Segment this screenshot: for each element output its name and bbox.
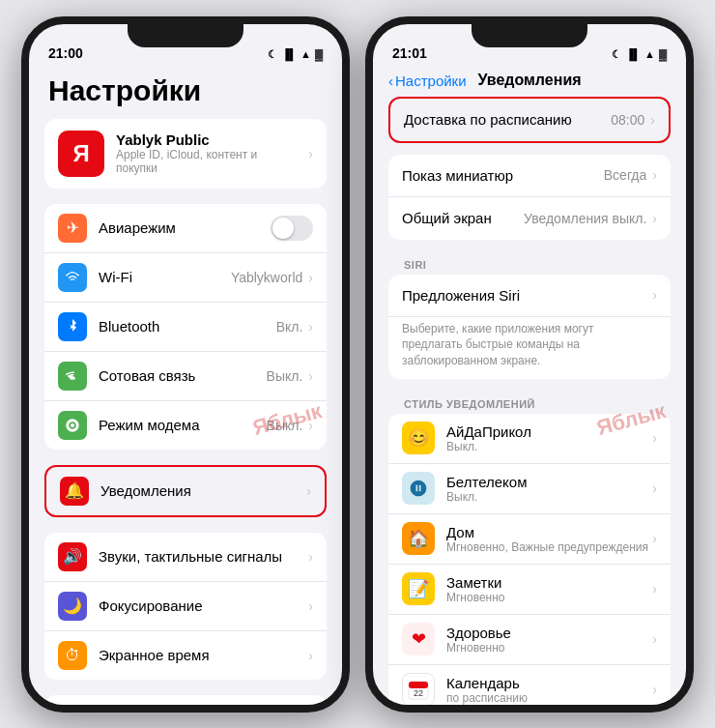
screentime-icon: ⏱ [58,641,87,670]
notifications-icon: 🔔 [60,477,89,506]
notifications-row[interactable]: 🔔 Уведомления › [46,467,325,515]
hotspot-value: Выкл. [267,418,303,433]
app-row-zdorovye[interactable]: ❤ Здоровье Мгновенно › [388,615,671,665]
app-icon-dom: 🏠 [402,522,435,555]
app-row-aidapriko[interactable]: 😊 АйДаПрикол Выкл. › [388,414,671,464]
screen-share-chevron: › [652,211,657,226]
app-row-zametki[interactable]: 📝 Заметки Мгновенно › [388,565,671,615]
app-info-zametki: Заметки Мгновенно [446,574,652,604]
sounds-row[interactable]: 🔊 Звуки, тактильные сигналы › [44,533,327,582]
app-row-beltelecom[interactable]: Белтелеком Выкл. › [388,464,671,514]
app-name-zdorovye: Здоровье [446,625,652,641]
app-chevron-calendar: › [652,682,657,697]
notifications-label: Уведомления [100,482,306,499]
app-chevron-dom: › [652,531,657,546]
delivery-value: 08:00 [611,112,644,128]
back-button[interactable]: ‹ Настройки [388,73,467,89]
app-info-dom: Дом Мгновенно, Важные предупреждения [446,524,652,554]
airplane-row[interactable]: ✈ Авиарежим [44,204,327,253]
app-name-beltelecom: Белтелеком [446,474,652,490]
app-icon-zdorovye: ❤ [402,623,435,655]
profile-info: Yablyk Public Apple ID, iCloud, контент … [116,131,297,175]
screentime-row[interactable]: ⏱ Экранное время › [44,631,327,680]
airplane-toggle[interactable] [271,216,313,241]
siri-section-header: SIRI [388,251,671,275]
app-name-zametki: Заметки [446,574,652,591]
profile-chevron: › [308,146,313,161]
battery-icon-right: ▓ [659,48,667,60]
wifi-label: Wi-Fi [99,269,231,285]
svg-text:22: 22 [414,688,423,698]
app-row-calendar[interactable]: 22 Календарь по расписанию › [388,665,671,705]
phone-right: 21:01 ☾ ▐▌ ▲ ▓ ‹ Настройки Уведомления Д… [365,16,694,713]
nav-bar: ‹ Настройки Уведомления [373,67,686,97]
app-name-dom: Дом [446,524,652,540]
status-icons-right: ☾ ▐▌ ▲ ▓ [612,48,667,61]
profile-card[interactable]: Я Yablyk Public Apple ID, iCloud, контен… [44,119,327,189]
screen-right: ‹ Настройки Уведомления Доставка по расп… [373,67,686,705]
app-chevron-beltelecom: › [652,480,657,496]
general-row[interactable]: ⚙ Основные › [44,695,327,705]
app-info-aidapriko: АйДаПрикол Выкл. [446,423,652,453]
cellular-value: Выкл. [267,368,303,384]
nav-title: Уведомления [477,72,581,89]
screentime-label: Экранное время [99,647,308,663]
signal-icon-right: ▐▌ [625,48,641,60]
profile-name: Yablyk Public [116,131,297,148]
bluetooth-value: Вкл. [276,319,303,335]
settings-list: Я Yablyk Public Apple ID, iCloud, контен… [29,119,342,705]
app-icon-zametki: 📝 [402,572,435,605]
app-chevron-zametki: › [652,581,657,597]
app-info-zdorovye: Здоровье Мгновенно [446,625,652,655]
wifi-value: Yablykworld [231,270,302,285]
apps-group: 😊 АйДаПрикол Выкл. › Белтелеком Выкл. [388,414,671,705]
back-chevron: ‹ [388,73,393,89]
cellular-chevron: › [308,368,313,384]
thumbnails-row[interactable]: Показ миниатюр Всегда › [388,155,671,197]
screen-share-row[interactable]: Общий экран Уведомления выкл. › [388,197,671,240]
delivery-row[interactable]: Доставка по расписанию 08:00 › [390,99,669,141]
airplane-label: Авиарежим [99,219,271,236]
cellular-label: Сотовая связь [99,367,267,384]
airplane-icon: ✈ [58,214,87,243]
focus-label: Фокусирование [99,597,308,614]
status-icons-left: ☾ ▐▌ ▲ ▓ [268,48,323,61]
siri-description: Выберите, какие приложения могут предлаг… [388,317,671,379]
app-status-zdorovye: Мгновенно [446,641,652,655]
bluetooth-chevron: › [308,319,313,335]
hotspot-row[interactable]: Режим модема Выкл. › [44,401,327,450]
app-row-dom[interactable]: 🏠 Дом Мгновенно, Важные предупреждения › [388,514,671,565]
app-chevron-aidapriko: › [652,430,657,446]
app-status-calendar: по расписанию [446,691,652,705]
bluetooth-row[interactable]: Bluetooth Вкл. › [44,303,327,352]
focus-row[interactable]: 🌙 Фокусирование › [44,582,327,631]
sounds-chevron: › [308,549,313,565]
notch-left [128,24,243,47]
wifi-row[interactable]: Wi-Fi Yablykworld › [44,253,327,303]
profile-sub: Apple ID, iCloud, контент и покупки [116,148,297,175]
hotspot-label: Режим модема [99,417,267,433]
app-status-zametki: Мгновенно [446,591,652,604]
siri-row[interactable]: Предложения Siri › [388,275,671,317]
app-name-aidapriko: АйДаПрикол [446,423,652,440]
moon-icon-left: ☾ [268,48,277,61]
screen-share-label: Общий экран [402,210,524,226]
app-info-beltelecom: Белтелеком Выкл. [446,474,652,504]
time-left: 21:00 [48,45,83,61]
app-name-calendar: Календарь [446,675,652,691]
cellular-icon [58,362,87,391]
bluetooth-label: Bluetooth [99,318,276,335]
signal-icon-left: ▐▌ [281,48,297,60]
wifi-icon-right: ▲ [644,48,655,60]
siri-group: Предложения Siri › Выберите, какие прило… [388,275,671,379]
profile-icon: Я [58,131,104,177]
app-info-calendar: Календарь по расписанию [446,675,652,705]
hotspot-icon [58,411,87,440]
svg-point-0 [71,423,74,427]
style-section-header: СТИЛЬ УВЕДОМЛЕНИЙ [388,391,671,414]
svg-rect-10 [409,682,428,688]
notifications-chevron: › [306,483,311,499]
cellular-row[interactable]: Сотовая связь Выкл. › [44,352,327,401]
app-status-beltelecom: Выкл. [446,490,652,504]
sounds-icon: 🔊 [58,542,87,571]
